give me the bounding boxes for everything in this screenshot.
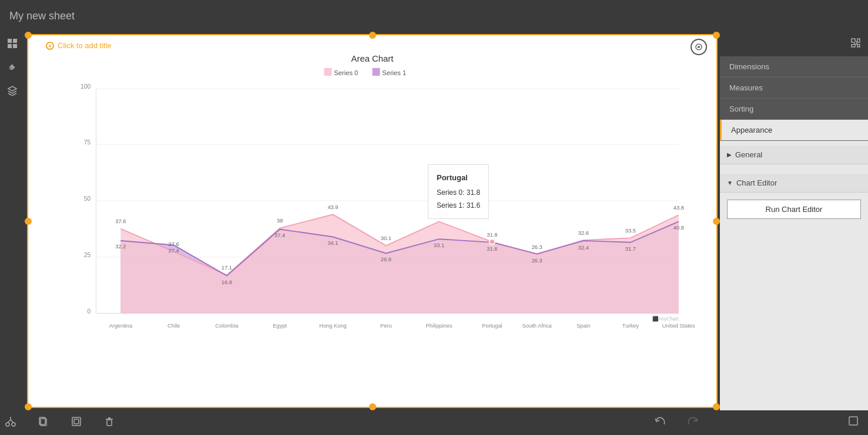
handle-bm[interactable]: [369, 403, 376, 410]
cut-icon[interactable]: [0, 413, 21, 433]
delete-icon[interactable]: [99, 413, 120, 433]
sidebar-nav-dimensions[interactable]: Dimensions: [720, 56, 868, 77]
svg-text:Area Chart: Area Chart: [351, 54, 394, 63]
svg-text:43.8: 43.8: [673, 205, 684, 211]
svg-text:Philippines: Philippines: [426, 323, 453, 329]
svg-text:⬛AnyChart: ⬛AnyChart: [652, 316, 679, 322]
handle-tl[interactable]: [25, 32, 32, 39]
svg-text:38: 38: [277, 218, 283, 224]
right-sidebar-top: [720, 32, 868, 56]
svg-text:26.3: 26.3: [532, 244, 542, 250]
svg-text:40.8: 40.8: [673, 225, 684, 231]
svg-rect-0: [8, 39, 12, 43]
link-icon[interactable]: [5, 60, 19, 74]
svg-point-64: [12, 423, 15, 426]
svg-text:Series 1: Series 1: [382, 69, 406, 76]
svg-text:25: 25: [84, 252, 91, 258]
plus-icon: +: [46, 42, 54, 50]
layers-icon[interactable]: [5, 83, 19, 97]
svg-line-66: [11, 420, 14, 423]
left-sidebar: [0, 32, 25, 410]
svg-rect-3: [13, 44, 17, 48]
chart-editor-body: Run Chart Editor: [720, 193, 868, 226]
handle-mr[interactable]: [713, 218, 720, 225]
svg-rect-9: [373, 68, 380, 76]
chart-editor-section-wrapper: ▼ Chart Editor Run Chart Editor: [720, 169, 868, 231]
svg-rect-70: [72, 417, 81, 426]
svg-text:26.3: 26.3: [532, 258, 542, 264]
svg-text:United States: United States: [662, 323, 695, 329]
run-chart-editor-button[interactable]: Run Chart Editor: [727, 200, 861, 219]
sidebar-nav: Dimensions Measures Sorting Appearance: [720, 56, 868, 141]
svg-rect-2: [8, 44, 12, 48]
svg-text:32.2: 32.2: [115, 244, 126, 249]
svg-rect-72: [107, 420, 112, 426]
top-bar: My new sheet: [0, 0, 868, 32]
svg-rect-71: [74, 419, 79, 424]
sidebar-nav-measures[interactable]: Measures: [720, 77, 868, 99]
svg-text:37.4: 37.4: [274, 232, 285, 238]
svg-text:31.8: 31.8: [487, 232, 497, 238]
svg-point-63: [6, 423, 9, 426]
puzzle-icon[interactable]: [850, 38, 861, 50]
svg-text:26.8: 26.8: [381, 257, 391, 262]
svg-text:17.1: 17.1: [222, 265, 232, 271]
svg-text:16.8: 16.8: [222, 279, 232, 285]
handle-bl[interactable]: [25, 403, 32, 410]
svg-text:Chile: Chile: [167, 323, 180, 329]
svg-text:37.6: 37.6: [115, 218, 126, 224]
grid-icon[interactable]: [5, 36, 19, 50]
svg-text:34.1: 34.1: [327, 240, 338, 246]
sheet-title: My new sheet: [9, 10, 75, 22]
tooltip: Portugal Series 0: 31.8 Series 1: 31.6: [428, 164, 489, 219]
svg-text:43.9: 43.9: [327, 204, 338, 210]
sidebar-nav-sorting[interactable]: Sorting: [720, 99, 868, 120]
chart-svg-wrapper: Area Chart Series 0 Series 1 100 75 50 2…: [28, 35, 716, 407]
copy-icon[interactable]: [33, 413, 54, 433]
svg-text:31.7: 31.7: [625, 246, 636, 252]
bottom-toolbar: [0, 410, 868, 435]
resize-icon[interactable]: [691, 39, 707, 55]
handle-tr[interactable]: [713, 32, 720, 39]
chart-editor-section-header[interactable]: ▼ Chart Editor: [720, 174, 868, 193]
chart-container: + Click to add title Area Chart Series 0…: [27, 34, 718, 408]
svg-text:32.6: 32.6: [578, 230, 589, 236]
main-area: + Click to add title Area Chart Series 0…: [0, 32, 868, 410]
svg-text:100: 100: [81, 83, 91, 90]
svg-text:Spain: Spain: [577, 323, 591, 329]
tooltip-series1: Series 1: 31.6: [437, 200, 480, 213]
general-arrow-icon: ▶: [727, 151, 732, 158]
svg-rect-1: [13, 39, 17, 43]
svg-text:32.4: 32.4: [578, 245, 589, 251]
add-title-text: Click to add title: [58, 41, 112, 50]
svg-text:Colombia: Colombia: [215, 323, 239, 329]
tooltip-series0: Series 0: 31.8: [437, 187, 480, 200]
svg-text:27.4: 27.4: [169, 248, 179, 254]
general-section-header[interactable]: ▶ General: [720, 146, 868, 164]
add-title-area[interactable]: + Click to add title: [46, 41, 112, 50]
chart-area: + Click to add title Area Chart Series 0…: [25, 32, 720, 410]
svg-text:33.1: 33.1: [434, 242, 444, 248]
fullscreen-icon[interactable]: [843, 413, 863, 431]
svg-point-61: [490, 239, 495, 244]
clone-icon[interactable]: [66, 413, 87, 433]
svg-text:50: 50: [84, 195, 91, 202]
handle-tm[interactable]: [369, 32, 376, 39]
chart-editor-label: Chart Editor: [736, 178, 777, 187]
svg-text:South Africa: South Africa: [522, 323, 552, 329]
svg-text:31.6: 31.6: [487, 246, 497, 252]
undo-icon[interactable]: [649, 413, 671, 433]
svg-text:Turkey: Turkey: [622, 323, 639, 329]
svg-text:Series 0: Series 0: [334, 69, 358, 76]
general-label: General: [735, 150, 762, 159]
tooltip-title: Portugal: [437, 171, 480, 184]
svg-point-5: [698, 46, 700, 48]
handle-br[interactable]: [713, 403, 720, 410]
svg-text:Egypt: Egypt: [273, 323, 287, 329]
svg-line-65: [8, 420, 11, 423]
sidebar-nav-appearance[interactable]: Appearance: [720, 120, 868, 141]
redo-icon[interactable]: [682, 413, 703, 433]
bottom-toolbar-wrapper: [0, 410, 868, 435]
handle-ml[interactable]: [25, 218, 32, 225]
general-section: ▶ General: [720, 141, 868, 169]
